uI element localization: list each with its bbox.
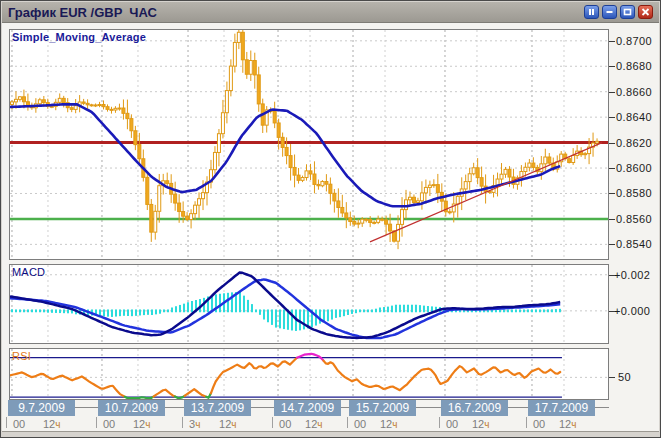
macd-line [10, 273, 560, 338]
day-tick-mark [439, 417, 440, 428]
rsi-line [175, 396, 185, 398]
pin-button[interactable] [584, 5, 599, 19]
y-axis-tick-label: 0.8640 [616, 111, 660, 123]
time-label: 3ч [189, 418, 200, 430]
axis-tick-mark [609, 193, 615, 194]
y-axis-tick-label: 50 [618, 371, 661, 383]
window-titlebar[interactable]: График EUR /GBP ЧАС [2, 2, 659, 23]
day-tick-mark [272, 417, 273, 428]
maximize-icon [623, 8, 632, 16]
macd-panel [9, 264, 609, 344]
axis-tick-mark [609, 311, 615, 312]
date-label: 15.7.2009 [349, 400, 416, 416]
close-button[interactable] [638, 5, 653, 19]
rsi-plot[interactable] [10, 349, 608, 399]
time-label: 00 [446, 418, 458, 430]
price-panel [9, 29, 609, 260]
day-tick-mark [347, 417, 348, 428]
y-axis-tick-label: 0.8680 [616, 60, 660, 72]
day-tick-mark [96, 417, 97, 428]
price-plot[interactable] [10, 30, 608, 259]
candles [10, 30, 598, 249]
time-axis: 0012ч0012ч3ч12ч0012ч0012ч0012ч0012ч [9, 418, 619, 431]
rsi-panel [9, 348, 609, 400]
macd-plot[interactable] [10, 265, 608, 343]
date-label: 9.7.2009 [8, 400, 75, 416]
axis-tick-mark [609, 143, 615, 144]
date-label: 13.7.2009 [184, 400, 251, 416]
y-axis-tick-label: 0.8600 [616, 162, 660, 174]
time-label: 00 [13, 418, 25, 430]
time-label: 12ч [305, 418, 322, 430]
axis-tick-mark [609, 92, 615, 93]
close-icon [641, 8, 650, 16]
time-label: 12ч [133, 418, 150, 430]
axis-tick-mark [609, 275, 615, 276]
y-axis-tick-label: 0.8540 [616, 238, 660, 250]
y-axis-tick-label: +0.002 [614, 269, 658, 281]
time-label: 12ч [43, 418, 60, 430]
y-axis-tick-label: 0.8580 [616, 187, 660, 199]
time-label: 00 [103, 418, 115, 430]
date-label: 10.7.2009 [98, 400, 165, 416]
trend-line [370, 143, 602, 242]
pause-icon [587, 8, 596, 16]
axis-tick-mark [609, 168, 615, 169]
rsi-line [10, 372, 125, 396]
axis-tick-mark [609, 41, 615, 42]
y-axis-tick-label: 0.8660 [616, 86, 660, 98]
y-axis-tick-label: 0.8620 [616, 137, 660, 149]
date-label: 17.7.2009 [528, 400, 595, 416]
minimize-button[interactable] [602, 5, 617, 19]
y-axis-tick-label: 0.8560 [616, 213, 660, 225]
maximize-button[interactable] [620, 5, 635, 19]
time-label: 00 [279, 418, 291, 430]
time-label: 12ч [380, 418, 397, 430]
window-title: График EUR /GBP ЧАС [8, 5, 157, 20]
date-label: 14.7.2009 [274, 400, 341, 416]
day-tick-mark [526, 417, 527, 428]
time-label: 12ч [219, 418, 236, 430]
rsi-line [154, 390, 176, 397]
window-bottom-frame [2, 431, 659, 438]
day-tick-mark [182, 417, 183, 428]
axis-tick-mark [609, 377, 615, 378]
chart-window: График EUR /GBP ЧАС Simple_Moving_Averag… [0, 0, 661, 438]
y-axis-tick-label: 0.8700 [616, 35, 660, 47]
minimize-icon [605, 8, 614, 16]
axis-tick-mark [609, 117, 615, 118]
y-axis-tick-label: +0.000 [614, 305, 658, 317]
rsi-line [323, 361, 560, 391]
day-tick-mark [6, 417, 7, 428]
window-controls [584, 5, 653, 19]
time-label: 00 [533, 418, 545, 430]
axis-tick-mark [609, 66, 615, 67]
axis-tick-mark [609, 219, 615, 220]
time-label: 12ч [559, 418, 576, 430]
time-label: 12ч [472, 418, 489, 430]
axis-tick-mark [609, 244, 615, 245]
date-axis: 9.7.200910.7.200913.7.200914.7.200915.7.… [9, 400, 609, 417]
time-label: 00 [354, 418, 366, 430]
date-label: 16.7.2009 [441, 400, 508, 416]
